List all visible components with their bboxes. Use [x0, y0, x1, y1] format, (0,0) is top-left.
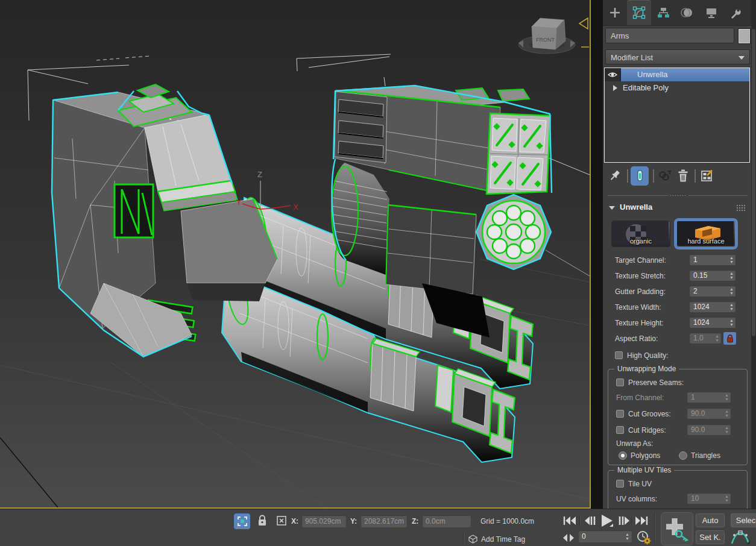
- texture-width-spinner[interactable]: 1024▲▼: [690, 301, 736, 312]
- modify-icon: [632, 5, 646, 20]
- previous-frame-button[interactable]: [582, 514, 597, 527]
- unwrella-rollout-header[interactable]: Unwrella: [605, 201, 749, 216]
- auto-key-button[interactable]: Auto: [696, 513, 725, 527]
- modifier-visibility-toggle[interactable]: [605, 68, 621, 81]
- from-channel-label: From Channel:: [616, 394, 664, 402]
- triangles-radio[interactable]: [679, 451, 687, 460]
- panel-scrollbar[interactable]: [751, 0, 756, 509]
- pod-slats: [338, 99, 383, 158]
- set-keys-button[interactable]: [661, 512, 693, 545]
- aspect-ratio-spinner: 1.0▲▼: [690, 333, 721, 344]
- frame-value: 0: [582, 532, 586, 541]
- tab-motion[interactable]: [675, 0, 699, 25]
- param-label: Texture Stretch:: [615, 272, 666, 280]
- texture-stretch-spinner[interactable]: 0.15▲▼: [690, 270, 736, 281]
- object-name-field[interactable]: Arms: [605, 28, 734, 43]
- field-value: 1: [691, 393, 695, 401]
- time-configuration-icon[interactable]: [637, 530, 651, 545]
- next-frame-button[interactable]: [617, 514, 632, 527]
- organic-mode-button[interactable]: organic: [611, 221, 670, 247]
- z-coord-label: Z:: [412, 517, 418, 526]
- isolate-selection-button[interactable]: [234, 513, 250, 529]
- pin-stack-button[interactable]: [606, 166, 625, 186]
- spinner-arrows-icon[interactable]: ▲▼: [625, 530, 629, 542]
- selection-set-button[interactable]: Selec: [731, 513, 756, 527]
- default-tangent-button[interactable]: [729, 529, 754, 545]
- spinner-arrows-icon: ▲▼: [725, 392, 729, 403]
- set-key-button[interactable]: Set K.: [696, 530, 725, 544]
- spinner-arrows-icon[interactable]: ▲▼: [729, 301, 734, 312]
- hard-surface-mode-button[interactable]: hard surface: [676, 221, 736, 247]
- tab-modify[interactable]: [627, 0, 651, 25]
- preserve-seams-checkbox[interactable]: [616, 378, 624, 386]
- spinner-arrows-icon[interactable]: ▲▼: [729, 270, 734, 281]
- rollout-title: Unwrella: [620, 202, 652, 212]
- z-coord-field[interactable]: 0.0cm: [423, 515, 471, 527]
- current-frame-field[interactable]: 0 ▲▼: [579, 530, 632, 542]
- goto-start-button[interactable]: [562, 514, 578, 527]
- goto-end-button[interactable]: [634, 514, 649, 527]
- panel-gutter: [591, 0, 603, 509]
- selection-lock-icon[interactable]: [257, 514, 267, 527]
- modifier-list-label: Modifier List: [611, 53, 653, 62]
- viewport-canvas[interactable]: Z X Y FRONT: [0, 0, 590, 507]
- utilities-wrench-icon: [729, 6, 742, 19]
- toolbar-separator: [653, 169, 654, 183]
- expand-arrow-icon[interactable]: [613, 85, 617, 91]
- stack-item-unwrella[interactable]: Unwrella: [605, 68, 749, 81]
- scrollbar-thumb[interactable]: [752, 29, 755, 336]
- x-coord-field[interactable]: 905.029cm: [302, 515, 346, 527]
- organic-button-label: organic: [612, 237, 670, 245]
- play-button[interactable]: [598, 514, 616, 527]
- cut-ridges-checkbox[interactable]: [616, 426, 624, 434]
- perspective-viewport[interactable]: Z X Y FRONT: [0, 0, 591, 509]
- spinner-arrows-icon[interactable]: ▲▼: [729, 254, 734, 265]
- unwrap-as-label: Unwrap As:: [616, 439, 653, 448]
- modifier-list-dropdown[interactable]: Modifier List: [605, 49, 750, 64]
- configure-modifier-sets-button[interactable]: [698, 166, 716, 186]
- cut-grooves-checkbox[interactable]: [616, 410, 624, 418]
- field-value: 1024: [693, 303, 710, 311]
- command-panel: Arms Modifier List Unwrella Editable Pol…: [603, 0, 751, 509]
- y-coord-label: Y:: [350, 517, 357, 526]
- goto-start-icon: [563, 516, 576, 526]
- key-mode-toggle-button[interactable]: [561, 531, 576, 544]
- transform-typein-mode-icon[interactable]: [276, 515, 287, 526]
- tab-utilities[interactable]: [723, 0, 748, 25]
- gutter-padding-spinner[interactable]: 2▲▼: [690, 286, 736, 297]
- spinner-arrows-icon: ▲▼: [725, 424, 729, 435]
- plus-key-icon: [664, 516, 690, 542]
- trash-icon: [676, 168, 690, 184]
- high-quality-checkbox[interactable]: [615, 351, 623, 359]
- target-channel-spinner[interactable]: 1▲▼: [690, 254, 736, 265]
- tab-create[interactable]: [603, 0, 627, 25]
- modifier-stack[interactable]: Unwrella Editable Poly: [604, 67, 750, 163]
- remove-modifier-button[interactable]: [674, 166, 692, 186]
- object-color-swatch[interactable]: [738, 28, 751, 44]
- tab-hierarchy[interactable]: [651, 0, 675, 25]
- texture-height-spinner[interactable]: 1024▲▼: [690, 317, 736, 328]
- display-icon: [705, 6, 718, 19]
- spinner-arrows-icon[interactable]: ▲▼: [729, 317, 734, 328]
- separator: [632, 515, 632, 526]
- play-icon: [600, 514, 614, 527]
- add-time-tag[interactable]: Add Time Tag: [481, 535, 525, 544]
- uv-columns-label: UV columns:: [616, 495, 657, 503]
- triangles-label: Triangles: [691, 451, 720, 460]
- polygons-radio[interactable]: [619, 451, 627, 460]
- tab-display[interactable]: [699, 0, 723, 25]
- field-value: 90.0: [691, 425, 705, 434]
- make-unique-button[interactable]: [656, 166, 674, 186]
- stack-item-editable-poly[interactable]: Editable Poly: [605, 81, 749, 95]
- tile-uv-checkbox[interactable]: [616, 480, 624, 488]
- spinner-arrows-icon: ▲▼: [725, 408, 729, 419]
- spinner-arrows-icon: ▲▼: [715, 333, 719, 344]
- spinner-arrows-icon[interactable]: ▲▼: [729, 286, 734, 297]
- param-label: Texture Width:: [615, 303, 661, 312]
- high-quality-label: High Quality:: [627, 351, 669, 360]
- y-coord-field[interactable]: 2082.617cm: [361, 515, 407, 527]
- aspect-ratio-lock-button[interactable]: [723, 332, 736, 345]
- show-end-result-button[interactable]: [631, 166, 649, 186]
- cut-ridges-label: Cut Ridges:: [628, 426, 666, 435]
- axis-z-label: Z: [257, 170, 262, 179]
